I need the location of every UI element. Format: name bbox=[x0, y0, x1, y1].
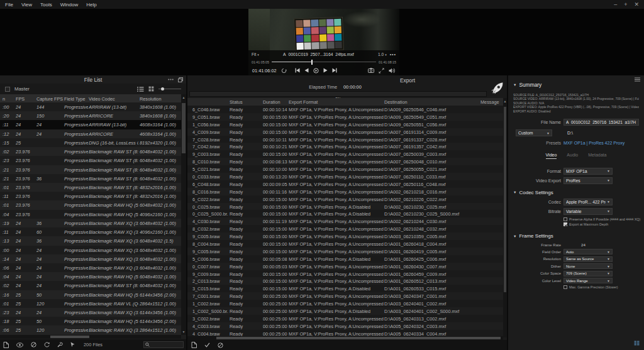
column-header-video-codec[interactable]: Video Codec bbox=[89, 96, 115, 102]
file-list-row[interactable]: :2123.97636ProgressiveBlackmagic RAW ST … bbox=[0, 174, 181, 183]
export-row[interactable]: 0_C025_S000.br...Ready00:00:15:00MXF OP1… bbox=[187, 210, 503, 217]
list-view-icon[interactable] bbox=[137, 87, 144, 92]
scrollbar-thumb[interactable] bbox=[182, 103, 186, 153]
file-list-row[interactable]: :182550ProgressiveBlackmagic RAW HQ (5:1… bbox=[0, 317, 181, 325]
export-row[interactable]: 8_C010.brawReady00:00:08:13MXF OP1a, V:P… bbox=[187, 158, 503, 165]
zoom-dropdown[interactable]: 1.0 ▾ bbox=[378, 52, 387, 57]
loop-icon[interactable] bbox=[281, 68, 287, 74]
export-row[interactable]: 0_C033.brawReady00:00:13:20MXF OP1a, V:P… bbox=[187, 173, 503, 180]
export-row[interactable]: 2_C013.brawReady00:00:15:00MXF OP1a, V:P… bbox=[187, 277, 503, 285]
export-row[interactable]: 9_C005.brawReady00:00:15:00MXF OP1a, V:P… bbox=[187, 232, 503, 240]
bitrate-dropdown[interactable]: Variable▼ bbox=[564, 208, 613, 215]
field-order-dropdown[interactable]: Auto▼ bbox=[564, 249, 613, 254]
export-row[interactable]: 7_C001.brawReady00:00:25:00MXF OP1a, V:P… bbox=[187, 292, 503, 300]
file-list-row[interactable]: :0125120ProgressiveBlackmagic RAW VL (Q0… bbox=[0, 299, 181, 308]
file-list-row[interactable]: :142424ProgressiveBlackmagic RAW XQ (3:1… bbox=[0, 254, 181, 263]
file-list-column-headers[interactable]: nFPSCapture FPSField TypeVideo CodecReso… bbox=[0, 94, 181, 102]
export-row[interactable]: 1_C056.brawReady00:00:15:00MXF OP1a, V:P… bbox=[187, 121, 503, 128]
start-export-rocket-icon[interactable] bbox=[491, 81, 504, 95]
fit-dropdown[interactable]: Fit ▾ bbox=[252, 52, 259, 57]
scroll-up-icon[interactable]: ▲ bbox=[181, 95, 186, 100]
file-list-row[interactable]: :0123.976ProgressiveBlackmagic RAW HQ (5… bbox=[0, 200, 181, 209]
export-row[interactable]: 1_C002.brawReady00:00:25:00MXF OP1a, V:P… bbox=[187, 300, 503, 307]
cancel-icon[interactable] bbox=[31, 342, 36, 347]
snapshot-camera-icon[interactable] bbox=[368, 68, 374, 73]
tab-video[interactable]: Video bbox=[546, 153, 557, 159]
export-row[interactable]: 6_C048.brawReady00:00:09:05MXF OP1a, V:P… bbox=[187, 180, 503, 188]
column-header-message[interactable]: Message bbox=[480, 99, 499, 105]
presets-value[interactable]: MXF OP1a | ProRes 422 Proxy bbox=[564, 141, 625, 145]
scrollbar-thumb[interactable] bbox=[50, 336, 89, 338]
seek-bar[interactable] bbox=[272, 60, 376, 65]
file-list-horizontal-scrollbar[interactable] bbox=[0, 335, 181, 339]
panel-hamburger-icon[interactable] bbox=[635, 77, 640, 82]
file-list-row[interactable]: :162550ProgressiveBlackmagic RAW HQ (5:1… bbox=[0, 290, 181, 299]
close-button[interactable]: ✕ bbox=[634, 2, 639, 8]
cancel-icon[interactable] bbox=[218, 342, 223, 348]
tools-wrench-icon[interactable] bbox=[57, 342, 63, 347]
destination-mode-dropdown[interactable]: Custom ▼ bbox=[516, 129, 552, 136]
search-field[interactable] bbox=[143, 341, 184, 348]
export-row[interactable]: 1_C002_S000.br...Ready00:00:25:00MXF OP1… bbox=[187, 307, 503, 315]
codec-settings-header[interactable]: ▼ Codec Settings bbox=[513, 190, 639, 195]
file-list-row[interactable]: :1525ProgressiveDNG (16-bit, LossLess Co… bbox=[0, 138, 181, 147]
file-list-row[interactable]: :132436ProgressiveBlackmagic RAW XQ (3:1… bbox=[0, 236, 181, 245]
column-header-duration[interactable]: Duration bbox=[263, 99, 280, 105]
export-row[interactable]: 9_C003.brawReady00:00:15:00MXF OP1a, V:P… bbox=[187, 150, 503, 158]
menu-item-help[interactable]: Help bbox=[86, 2, 96, 8]
menu-item-tools[interactable]: Tools bbox=[40, 2, 52, 8]
file-list-row[interactable]: :062424ProgressiveBlackmagic RAW XQ (3:1… bbox=[0, 263, 181, 272]
export-row[interactable]: 7_C028.brawReady00:00:10:11MXF OP1a, V:P… bbox=[187, 136, 503, 143]
export-row[interactable]: 4_C003.brawReady00:00:25:00MXF OP1a, V:P… bbox=[187, 322, 503, 330]
scrollbar-thumb[interactable] bbox=[504, 107, 506, 292]
file-list-row[interactable]: :2323.976ProgressiveBlackmagic RAW ST (8… bbox=[0, 156, 181, 165]
file-list-row[interactable]: :022424ProgressiveBlackmagic RAW ST (8:1… bbox=[0, 281, 181, 290]
file-list-row[interactable]: :002424ProgressiveBlackmagic RAW XQ (3:1… bbox=[0, 246, 181, 254]
column-header-status[interactable]: Status bbox=[230, 99, 243, 105]
file-name-input[interactable] bbox=[564, 119, 639, 126]
minimize-button[interactable]: – bbox=[614, 2, 617, 8]
preview-eye-icon[interactable] bbox=[16, 342, 23, 347]
panel-menu-icon[interactable] bbox=[168, 79, 174, 80]
menu-item-file[interactable]: File bbox=[5, 2, 13, 8]
skip-end-icon[interactable] bbox=[332, 68, 337, 73]
resolution-dropdown[interactable]: Same as Source▼ bbox=[564, 256, 613, 262]
file-list-row[interactable]: :1123.976ProgressiveBlackmagic RAW ST (8… bbox=[0, 192, 181, 200]
validate-check-icon[interactable] bbox=[204, 342, 210, 347]
file-list-row[interactable]: :0625120ProgressiveBlackmagic RAW XQ (3:… bbox=[0, 325, 181, 334]
export-row[interactable]: 0_C007.brawReady00:00:05:03MXF OP1a, V:P… bbox=[187, 263, 503, 270]
column-header-capture-fps[interactable]: Capture FPS bbox=[36, 96, 63, 102]
play-icon[interactable] bbox=[313, 68, 319, 74]
scroll-up-icon[interactable]: ▲ bbox=[503, 99, 507, 104]
color-level-dropdown[interactable]: Video Range▼ bbox=[564, 278, 613, 283]
column-header-field-type[interactable]: Field Type bbox=[64, 96, 86, 102]
scrollbar-thumb[interactable] bbox=[216, 337, 501, 339]
skip-start-icon[interactable] bbox=[295, 68, 300, 73]
menu-item-window[interactable]: Window bbox=[60, 2, 78, 8]
player-overflow-menu[interactable]: ••• bbox=[390, 52, 396, 57]
export-row[interactable]: 4_C030.brawReady00:00:11:19MXF OP1a, V:P… bbox=[187, 217, 503, 225]
export-row[interactable]: 9_C005.brawReady00:00:15:00MXF OP1a, V:P… bbox=[187, 248, 503, 255]
checkbox[interactable] bbox=[564, 222, 567, 226]
export-row[interactable]: 6_C046.brawReady00:00:10:14MXF OP1a, V:P… bbox=[187, 106, 503, 113]
file-list-row[interactable]: :112424ProgressiveARRIRAW (13-bit)4608x3… bbox=[0, 120, 181, 129]
file-list-row[interactable]: :042424ProgressiveBlackmagic RAW HQ (5:1… bbox=[0, 272, 181, 281]
column-header-fps[interactable]: FPS bbox=[16, 96, 25, 102]
dither-dropdown[interactable]: None▼ bbox=[564, 263, 613, 269]
step-forward-icon[interactable] bbox=[323, 68, 328, 73]
export-row[interactable]: 6_C022.brawReady00:00:15:00MXF OP1a, V:P… bbox=[187, 195, 503, 203]
export-row[interactable]: 0_C025.brawReady00:00:15:00MXF OP1a, V:P… bbox=[187, 203, 503, 211]
export-row[interactable]: 9_C051.brawReady00:00:15:00MXF OP1a, V:P… bbox=[187, 113, 503, 121]
playhead[interactable] bbox=[311, 60, 313, 65]
file-list-row[interactable]: :0423.976ProgressiveBlackmagic RAW HQ (5… bbox=[0, 210, 181, 219]
add-clip-icon[interactable] bbox=[3, 342, 9, 348]
export-row[interactable]: 4_C009.brawReady00:00:15:00MXF OP1a, V:P… bbox=[187, 128, 503, 136]
export-row[interactable]: 9_C009.brawReady00:00:15:00MXF OP1a, V:P… bbox=[187, 270, 503, 278]
video-export-dropdown[interactable]: ProRes▼ bbox=[564, 177, 613, 184]
volume-icon[interactable] bbox=[389, 68, 396, 74]
frame-settings-header[interactable]: ▼ Frame Settings bbox=[513, 233, 639, 239]
export-row[interactable]: 8_C032.brawReady00:00:15:00MXF OP1a, V:P… bbox=[187, 225, 503, 232]
grid-view-icon[interactable] bbox=[148, 86, 154, 92]
export-column-headers[interactable]: StatusDurationExport FormatDestinationMe… bbox=[187, 98, 503, 106]
file-list-row[interactable]: :2123.976ProgressiveBlackmagic RAW ST (8… bbox=[0, 165, 181, 174]
